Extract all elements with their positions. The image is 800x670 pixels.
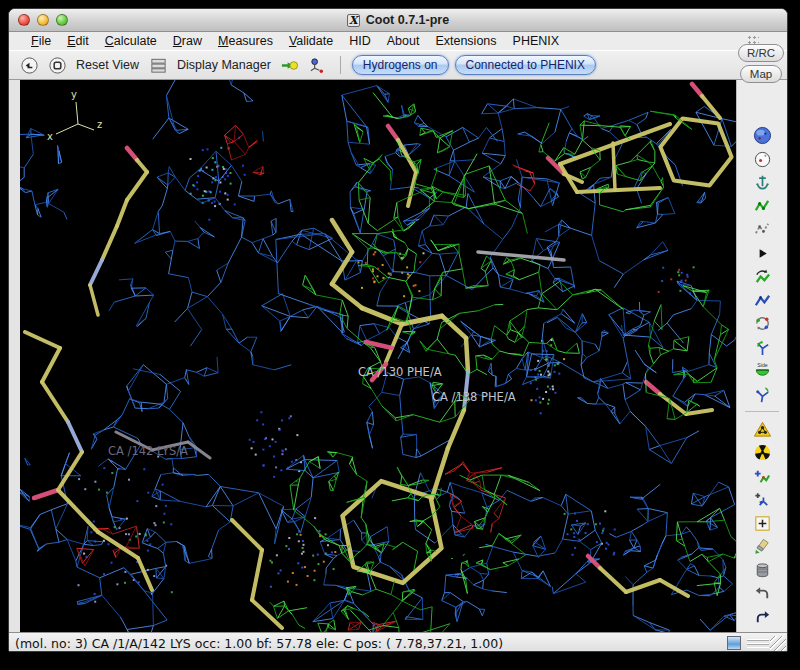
residue-label: CA /138 PHE/A	[432, 390, 516, 404]
menu-item-hid[interactable]: HID	[341, 34, 379, 48]
menu-item-phenix[interactable]: PHENIX	[505, 34, 568, 48]
menu-item-validate[interactable]: Validate	[281, 34, 341, 48]
regularize-zone-icon[interactable]	[752, 220, 772, 239]
flip-sidechain-icon[interactable]: Side	[752, 361, 772, 380]
add-terminal-residue-icon[interactable]	[752, 467, 772, 486]
axis-label: z	[97, 119, 102, 130]
undo-icon[interactable]	[752, 584, 772, 603]
main-toolbar: Reset View Display Manager Hydrogens on …	[9, 50, 787, 80]
ligand-builder-icon[interactable]	[307, 54, 329, 76]
main-area: yxzCA /130 PHE/ACA /138 PHE/ACA /142 LYS…	[9, 80, 787, 632]
residue-label: CA /142 LYS/A	[108, 444, 188, 458]
rrc-button[interactable]: R/RC	[738, 44, 784, 62]
screen-background: X Coot 0.7.1-pre FileEditCalculateDrawMe…	[0, 0, 800, 670]
menu-item-about[interactable]: About	[379, 34, 428, 48]
gl-canvas[interactable]: yxzCA /130 PHE/ACA /138 PHE/ACA /142 LYS…	[20, 80, 736, 632]
coot-window: X Coot 0.7.1-pre FileEditCalculateDrawMe…	[8, 8, 788, 652]
rigid-body-fit-icon[interactable]	[752, 244, 772, 263]
molecular-scene: yxzCA /130 PHE/ACA /138 PHE/ACA /142 LYS…	[20, 80, 736, 632]
status-bar: (mol. no: 3) CA /1/A/142 LYS occ: 1.00 b…	[9, 632, 787, 652]
menu-bar: FileEditCalculateDrawMeasuresValidateHID…	[9, 32, 787, 50]
flip-peptide-icon[interactable]	[752, 385, 772, 404]
display-manager-button[interactable]: Display Manager	[177, 58, 271, 72]
back-view-icon[interactable]	[18, 54, 40, 76]
menu-item-extensions[interactable]: Extensions	[427, 34, 504, 48]
go-to-atom-icon[interactable]	[279, 54, 301, 76]
title-bar[interactable]: X Coot 0.7.1-pre	[9, 9, 787, 32]
delete-item-icon[interactable]	[752, 561, 772, 580]
menu-items: FileEditCalculateDrawMeasuresValidateHID…	[23, 34, 567, 48]
right-toolbar: Side	[736, 80, 787, 632]
mutate-autofit-icon[interactable]	[752, 420, 772, 439]
real-space-refine-icon[interactable]	[752, 197, 772, 216]
recentre-icon[interactable]	[46, 54, 68, 76]
svg-text:Side: Side	[757, 362, 768, 368]
display-manager-icon[interactable]	[147, 54, 169, 76]
rotamers-icon[interactable]	[752, 314, 772, 333]
right-toolbar-separator	[745, 411, 779, 412]
menu-item-measures[interactable]: Measures	[210, 34, 281, 48]
reset-view-button[interactable]: Reset View	[76, 58, 139, 72]
axis-label: x	[47, 131, 53, 142]
status-grip-lines	[747, 639, 769, 648]
x11-icon: X	[347, 14, 360, 27]
menu-item-draw[interactable]: Draw	[165, 34, 210, 48]
menu-item-file[interactable]: File	[23, 34, 59, 48]
status-text: (mol. no: 3) CA /1/A/142 LYS occ: 1.00 b…	[15, 636, 503, 651]
hydrogens-toggle-button[interactable]: Hydrogens on	[352, 55, 449, 75]
redo-icon[interactable]	[752, 608, 772, 627]
rotate-translate-icon[interactable]	[752, 267, 772, 286]
recentre-view-icon[interactable]	[752, 150, 772, 169]
clear-pending-picks-icon[interactable]	[752, 537, 772, 556]
menu-item-calculate[interactable]: Calculate	[97, 34, 165, 48]
residue-label: CA /130 PHE/A	[358, 365, 442, 379]
window-title: Coot 0.7.1-pre	[366, 13, 449, 27]
status-scale-widget[interactable]	[727, 636, 741, 650]
edit-chi-angles-icon[interactable]	[752, 338, 772, 357]
map-button[interactable]: Map	[740, 65, 782, 83]
window-title-area: X Coot 0.7.1-pre	[9, 13, 787, 27]
phenix-connection-button[interactable]: Connected to PHENIX	[455, 55, 596, 75]
resize-grip[interactable]	[770, 636, 786, 652]
simple-mutate-icon[interactable]	[752, 443, 772, 462]
add-alt-conf-icon[interactable]	[752, 490, 772, 509]
axis-label: y	[71, 89, 77, 100]
right-toolbar-icons: Side	[737, 126, 787, 632]
sphere-refine-icon[interactable]	[752, 126, 772, 145]
auto-fit-rotamer-icon[interactable]	[752, 291, 772, 310]
place-atom-icon[interactable]	[752, 514, 772, 533]
toolbar-separator	[340, 56, 341, 74]
anchor-atom-icon[interactable]	[752, 173, 772, 192]
menu-item-edit[interactable]: Edit	[59, 34, 97, 48]
